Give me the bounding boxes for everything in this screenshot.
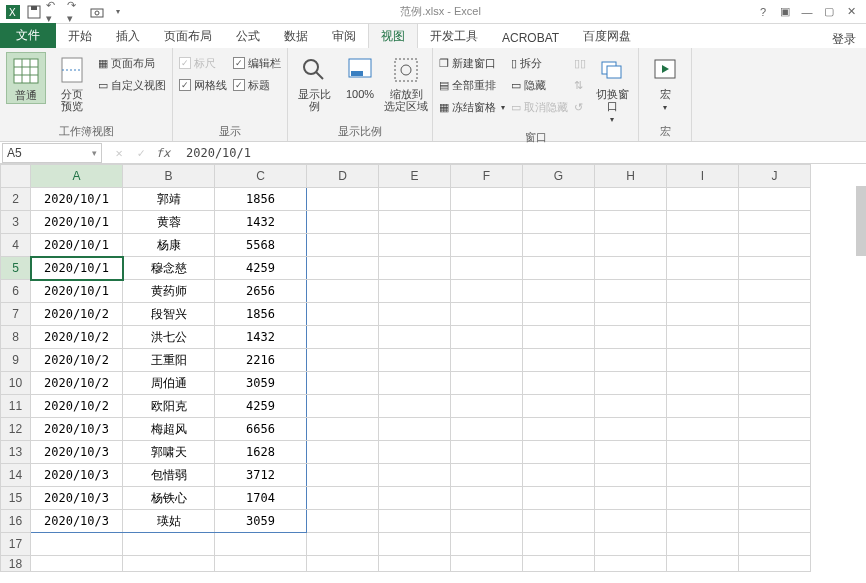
cell[interactable]: [523, 188, 595, 211]
cell[interactable]: [595, 211, 667, 234]
cell[interactable]: [523, 556, 595, 572]
cell[interactable]: 包惜弱: [123, 464, 215, 487]
camera-icon[interactable]: [88, 3, 106, 21]
ribbon-display-icon[interactable]: ▣: [776, 3, 794, 21]
cell[interactable]: [307, 418, 379, 441]
cell[interactable]: [307, 234, 379, 257]
cb-headings[interactable]: 标题: [233, 76, 281, 94]
cell[interactable]: 2020/10/3: [31, 487, 123, 510]
row-header-7[interactable]: 7: [1, 303, 31, 326]
cell[interactable]: [307, 326, 379, 349]
cell[interactable]: 3059: [215, 372, 307, 395]
cell[interactable]: [667, 487, 739, 510]
cell[interactable]: [523, 349, 595, 372]
close-icon[interactable]: ✕: [842, 3, 860, 21]
minimize-icon[interactable]: —: [798, 3, 816, 21]
tab-开发工具[interactable]: 开发工具: [418, 24, 490, 48]
row-header-9[interactable]: 9: [1, 349, 31, 372]
redo-icon[interactable]: ↷ ▾: [67, 3, 85, 21]
tab-file[interactable]: 文件: [0, 23, 56, 48]
cell[interactable]: [307, 303, 379, 326]
cell[interactable]: [307, 257, 379, 280]
cell[interactable]: [739, 418, 811, 441]
cell[interactable]: [523, 533, 595, 556]
cell[interactable]: [379, 303, 451, 326]
page-layout-button[interactable]: ▦页面布局: [98, 54, 166, 72]
cell[interactable]: 4259: [215, 395, 307, 418]
cell[interactable]: [451, 556, 523, 572]
cell[interactable]: 2020/10/2: [31, 326, 123, 349]
cell[interactable]: [307, 533, 379, 556]
cell[interactable]: 1628: [215, 441, 307, 464]
cell[interactable]: [451, 372, 523, 395]
arrange-all-button[interactable]: ▤全部重排: [439, 76, 505, 94]
cell[interactable]: [379, 257, 451, 280]
tab-开始[interactable]: 开始: [56, 24, 104, 48]
chevron-down-icon[interactable]: ▾: [92, 148, 97, 158]
cell[interactable]: [31, 533, 123, 556]
cell[interactable]: 杨铁心: [123, 487, 215, 510]
cb-gridlines[interactable]: 网格线: [179, 76, 227, 94]
cell[interactable]: [667, 234, 739, 257]
cell[interactable]: [307, 510, 379, 533]
cell[interactable]: [379, 349, 451, 372]
col-header-B[interactable]: B: [123, 165, 215, 188]
cell[interactable]: [307, 556, 379, 572]
cell[interactable]: [739, 188, 811, 211]
tab-审阅[interactable]: 审阅: [320, 24, 368, 48]
cell[interactable]: [307, 372, 379, 395]
cell[interactable]: [307, 349, 379, 372]
row-header-14[interactable]: 14: [1, 464, 31, 487]
cell[interactable]: [667, 556, 739, 572]
cell[interactable]: [739, 510, 811, 533]
cell[interactable]: [451, 188, 523, 211]
cell[interactable]: 3059: [215, 510, 307, 533]
row-header-18[interactable]: 18: [1, 556, 31, 572]
cell[interactable]: [667, 533, 739, 556]
cell[interactable]: [307, 487, 379, 510]
cell[interactable]: 洪七公: [123, 326, 215, 349]
cell[interactable]: 1856: [215, 303, 307, 326]
cell[interactable]: [595, 395, 667, 418]
login-link[interactable]: 登录: [832, 31, 866, 48]
col-header-J[interactable]: J: [739, 165, 811, 188]
cell[interactable]: [595, 533, 667, 556]
cell[interactable]: [595, 303, 667, 326]
cell[interactable]: 瑛姑: [123, 510, 215, 533]
cell[interactable]: [523, 303, 595, 326]
cell[interactable]: [307, 188, 379, 211]
cell[interactable]: [451, 211, 523, 234]
row-header-17[interactable]: 17: [1, 533, 31, 556]
cb-ruler[interactable]: 标尺: [179, 54, 227, 72]
row-header-13[interactable]: 13: [1, 441, 31, 464]
cell[interactable]: [667, 188, 739, 211]
col-header-D[interactable]: D: [307, 165, 379, 188]
cell[interactable]: [595, 418, 667, 441]
cell[interactable]: [667, 372, 739, 395]
cell[interactable]: 3712: [215, 464, 307, 487]
cell[interactable]: 1432: [215, 211, 307, 234]
cell[interactable]: 1432: [215, 326, 307, 349]
cell[interactable]: [595, 234, 667, 257]
cell[interactable]: [451, 441, 523, 464]
row-header-10[interactable]: 10: [1, 372, 31, 395]
tab-视图[interactable]: 视图: [368, 23, 418, 48]
cell[interactable]: [739, 395, 811, 418]
cell[interactable]: [739, 257, 811, 280]
cell[interactable]: 2020/10/1: [31, 257, 123, 280]
cell[interactable]: [595, 487, 667, 510]
cell[interactable]: 1704: [215, 487, 307, 510]
cell[interactable]: [451, 464, 523, 487]
cell[interactable]: [739, 556, 811, 572]
cell[interactable]: 2020/10/1: [31, 234, 123, 257]
cell[interactable]: [595, 510, 667, 533]
row-header-16[interactable]: 16: [1, 510, 31, 533]
cell[interactable]: [379, 464, 451, 487]
cell[interactable]: 梅超风: [123, 418, 215, 441]
cell[interactable]: [595, 280, 667, 303]
cell[interactable]: [523, 510, 595, 533]
cell[interactable]: 杨康: [123, 234, 215, 257]
cell[interactable]: 2020/10/1: [31, 188, 123, 211]
cell[interactable]: [307, 280, 379, 303]
cell[interactable]: [667, 257, 739, 280]
